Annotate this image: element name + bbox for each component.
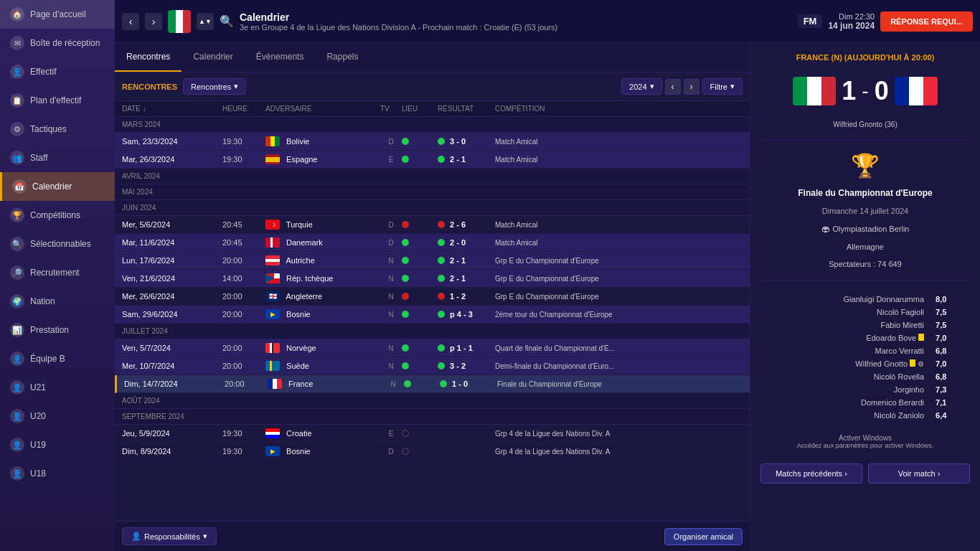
month-header: JUIN 2024 (115, 200, 750, 216)
match-lieu (402, 344, 438, 352)
match-opponent: Espagne (265, 154, 380, 164)
back-button[interactable]: ‹ (122, 13, 139, 30)
next-year-button[interactable]: › (684, 79, 699, 95)
match-time: 19:30 (222, 155, 265, 164)
organiser-amical-button[interactable]: Organiser amical (664, 528, 743, 545)
sidebar-item-recrutement[interactable]: 🔎Recrutement (0, 258, 115, 287)
sidebar-item-u21[interactable]: 👤U21 (0, 373, 115, 402)
sidebar-item-boîte-de-réception[interactable]: ✉Boîte de réception (0, 29, 115, 57)
table-row[interactable]: Jeu, 5/9/2024 19:30 Croatie E Grp 4 de l… (115, 425, 750, 443)
month-header: AOÛT 2024 (115, 393, 750, 409)
match-competition: Grp E du Championnat d'Europe (495, 275, 743, 283)
sidebar-item-calendrier[interactable]: 📅Calendrier (0, 172, 115, 201)
match-lieu (402, 430, 438, 437)
search-button[interactable]: 🔍 (220, 14, 234, 28)
filter-button[interactable]: Filtre ▾ (702, 78, 743, 95)
score-away: 0 (875, 76, 889, 106)
match-opponent: ▶ Bosnie (265, 446, 380, 456)
sidebar-item-effectif[interactable]: 👤Effectif (0, 57, 115, 86)
rating-row: Domenico Berardi7,1 (762, 397, 969, 408)
tab-rappels[interactable]: Rappels (315, 43, 369, 72)
sidebar-label: Sélectionnables (30, 239, 91, 249)
team-flag[interactable] (168, 10, 191, 33)
player-rating: 6,8 (928, 345, 969, 357)
responsabilites-button[interactable]: 👤 Responsabilités ▾ (122, 527, 217, 545)
match-lieu (402, 221, 438, 228)
table-row[interactable]: Lun, 17/6/2024 20:00 Autriche N 2 - 1 Gr… (115, 252, 750, 270)
chevron-down-icon: ▾ (234, 82, 238, 91)
prev-matches-button[interactable]: Matchs précédents › (760, 463, 862, 484)
match-opponent: Suède (265, 361, 380, 371)
event-country: Allemagne (760, 242, 970, 251)
month-header: SEPTEMBRE 2024 (115, 409, 750, 425)
player-name: Marco Verratti (762, 345, 927, 357)
sidebar-item-nation[interactable]: 🌍Nation (0, 287, 115, 316)
chevron-down-icon: ▾ (730, 82, 735, 91)
yellow-card-icon (910, 359, 915, 367)
table-row[interactable]: Mar, 26/3/2024 19:30 Espagne E 2 - 1 Mat… (115, 151, 750, 169)
sidebar-item-prestation[interactable]: 📊Prestation (0, 316, 115, 344)
table-row[interactable]: Sam, 23/3/2024 19:30 Bolivie D 3 - 0 Mat… (115, 133, 750, 151)
sidebar-item-staff[interactable]: 👥Staff (0, 143, 115, 172)
forward-button[interactable]: › (145, 13, 162, 30)
match-lieu (402, 448, 438, 455)
player-name: Nicolò Rovella (762, 371, 927, 382)
sidebar-label: Plan d'effectif (30, 95, 81, 105)
datetime: Dim 22:30 14 jun 2024 (828, 12, 875, 31)
match-date: Ven, 21/6/2024 (122, 274, 222, 283)
main-content: RencontresCalendrierÉvènementsRappels RE… (115, 43, 980, 551)
sidebar-label: U18 (30, 468, 46, 479)
ratings-table: Gianluigi Donnarumma8,0Nicolò Fagioli7,5… (760, 292, 970, 423)
action-buttons: Matchs précédents › Voir match › (760, 463, 970, 484)
match-result: 1 - 2 (438, 292, 495, 301)
match-competition: Grp 4 de la Ligue des Nations Div. A (495, 448, 743, 456)
match-tv: D (380, 239, 402, 247)
tab-évènements[interactable]: Évènements (245, 43, 316, 72)
response-button[interactable]: RÉPONSE REQUI... (880, 11, 973, 32)
sidebar-item-plan-d'effectif[interactable]: 📋Plan d'effectif (0, 86, 115, 115)
sidebar-item-page-d'accueil[interactable]: 🏠Page d'accueil (0, 0, 115, 29)
table-row[interactable]: Mer, 5/6/2024 20:45 ☽ Turquie D 2 - 6 Ma… (115, 216, 750, 234)
chevron-down-icon: ▾ (203, 532, 207, 541)
rating-row: Fabio Miretti7,5 (762, 319, 969, 331)
tab-calendrier[interactable]: Calendrier (182, 43, 244, 72)
match-competition: 2ème tour du Championnat d'Europe (495, 311, 743, 319)
match-list: MARS 2024 Sam, 23/3/2024 19:30 Bolivie D… (115, 117, 750, 521)
table-row[interactable]: Ven, 21/6/2024 14:00 Rép. tchèque N 2 - … (115, 270, 750, 288)
score-home: 1 (842, 76, 856, 106)
table-row[interactable]: Mer, 10/7/2024 20:00 Suède N 3 - 2 Demi-… (115, 357, 750, 375)
table-row[interactable]: Mar, 11/6/2024 20:45 Danemark D 2 - 0 Ma… (115, 234, 750, 252)
rating-row: Jorginho7,3 (762, 384, 969, 395)
fm-badge: FM (798, 14, 823, 28)
sidebar-item-u18[interactable]: 👤U18 (0, 459, 115, 488)
month-header: JUILLET 2024 (115, 324, 750, 339)
sidebar-item-tactiques[interactable]: ⚙Tactiques (0, 115, 115, 143)
match-lieu (404, 380, 440, 387)
match-time: 20:45 (222, 238, 265, 247)
rencontres-dropdown[interactable]: Rencontres ▾ (183, 78, 246, 95)
match-date: Dim, 8/9/2024 (122, 447, 222, 456)
sidebar-item-sélectionnables[interactable]: 🔍Sélectionnables (0, 230, 115, 258)
sidebar-item-équipe-b[interactable]: 👤Équipe B (0, 344, 115, 373)
table-row[interactable]: Ven, 5/7/2024 20:00 Norvège N p 1 - 1 Qu… (115, 339, 750, 357)
sidebar-item-u20[interactable]: 👤U20 (0, 402, 115, 430)
sidebar-label: Nation (30, 296, 55, 306)
flag-chevron[interactable]: ▲▼ (197, 13, 214, 30)
table-row[interactable]: Dim, 8/9/2024 19:30 ▶ Bosnie D Grp 4 de … (115, 443, 750, 461)
prev-year-button[interactable]: ‹ (665, 79, 681, 95)
topbar: ‹ › ▲▼ 🔍 Calendrier 3e en Groupe 4 de la… (115, 0, 980, 43)
table-row[interactable]: Mer, 26/6/2024 20:00 🏴󠁧󠁢󠁥󠁮󠁧󠁿 Angleterre … (115, 288, 750, 306)
tab-rencontres[interactable]: Rencontres (115, 43, 182, 72)
sidebar-item-compétitions[interactable]: 🏆Compétitions (0, 201, 115, 230)
month-header: AVRIL 2024 (115, 169, 750, 184)
match-date: Ven, 5/7/2024 (122, 344, 222, 352)
view-match-button[interactable]: Voir match › (868, 463, 970, 484)
event-venue: Olympiastadion Berlin (833, 225, 910, 233)
sidebar-item-u19[interactable]: 👤U19 (0, 430, 115, 459)
match-opponent: Rép. tchèque (265, 273, 380, 283)
table-row[interactable]: Dim, 14/7/2024 20:00 France N 1 - 0 Fina… (115, 375, 750, 393)
venue-icon: 🏟 (821, 224, 830, 234)
table-row[interactable]: Sam, 29/6/2024 20:00 ▶ Bosnie N p 4 - 3 … (115, 306, 750, 324)
match-header: FRANCE (N) (AUJOURD'HUI À 20:00) (760, 53, 970, 62)
year-dropdown[interactable]: 2024 ▾ (621, 78, 661, 95)
